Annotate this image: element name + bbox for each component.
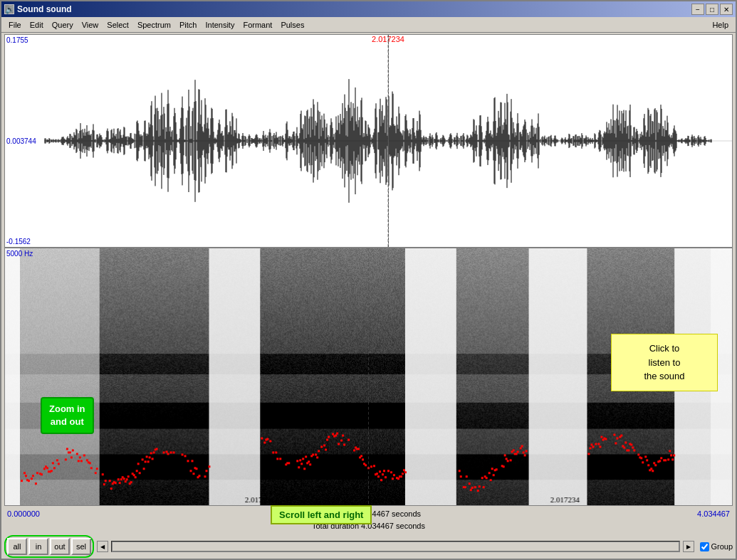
menu-view[interactable]: View	[78, 19, 103, 31]
spectrogram-freq-label: 5000 Hz	[6, 250, 33, 258]
listen-text: Click tolisten tothe sound	[644, 343, 684, 381]
menu-spectrum[interactable]: Spectrum	[133, 19, 175, 31]
menu-select[interactable]: Select	[103, 19, 133, 31]
scroll-text: Scroll left and right	[279, 509, 363, 520]
zoom-sel-button[interactable]: sel	[71, 538, 91, 555]
spectrogram-display[interactable]: 5000 Hz Click tolisten tothe sound Zoom …	[4, 248, 733, 506]
title-buttons: − □ ✕	[691, 4, 733, 15]
zoom-out-button[interactable]: out	[50, 538, 70, 555]
main-window: 🔊 Sound sound − □ ✕ File Edit Query View…	[0, 0, 737, 560]
minimize-button[interactable]: −	[691, 4, 704, 15]
title-bar-left: 🔊 Sound sound	[4, 4, 72, 14]
scrollbar-thumb[interactable]	[112, 541, 679, 551]
zoom-buttons-group: all in out sel	[4, 535, 94, 558]
menu-intensity[interactable]: Intensity	[201, 19, 239, 31]
zoom-annotation: Zoom inand out	[41, 397, 94, 434]
cursor-line	[388, 35, 389, 247]
group-checkbox[interactable]	[700, 542, 709, 551]
window-title: Sound sound	[17, 4, 72, 14]
waveform-bottom-value: -0.1562	[6, 238, 43, 245]
app-icon: 🔊	[4, 4, 14, 14]
bottom-bar: all in out sel ◀ ▶ Group	[1, 534, 736, 559]
main-content: 0.1755 0.003744 -0.1562 2.017234 5000 Hz…	[1, 33, 736, 559]
scroll-annotation: Scroll left and right	[271, 505, 372, 524]
waveform-labels: 0.1755 0.003744 -0.1562	[5, 35, 44, 247]
scrollbar-track[interactable]	[111, 541, 680, 552]
zoom-text: Zoom inand out	[49, 403, 85, 427]
restore-button[interactable]: □	[706, 4, 718, 15]
close-button[interactable]: ✕	[720, 4, 733, 15]
zoom-all-button[interactable]: all	[7, 538, 27, 555]
menu-bar: File Edit Query View Select Spectrum Pit…	[1, 17, 736, 33]
listen-annotation: Click tolisten tothe sound	[611, 334, 718, 391]
time-start: 0.000000	[7, 509, 40, 518]
menu-formant[interactable]: Formant	[239, 19, 276, 31]
time-end: 4.034467	[697, 509, 730, 518]
waveform-display[interactable]: 0.1755 0.003744 -0.1562 2.017234	[4, 34, 733, 248]
title-bar: 🔊 Sound sound − □ ✕	[1, 1, 736, 17]
group-checkbox-container: Group	[700, 542, 733, 551]
waveform-canvas-area[interactable]: 2.017234	[44, 35, 732, 247]
waveform-mid-value: 0.003744	[6, 137, 43, 145]
zoom-in-button[interactable]: in	[28, 538, 48, 555]
menu-query[interactable]: Query	[48, 19, 78, 31]
menu-help[interactable]: Help	[708, 19, 733, 31]
menu-file[interactable]: File	[4, 19, 26, 31]
menu-edit[interactable]: Edit	[26, 19, 48, 31]
scroll-left-button[interactable]: ◀	[97, 541, 108, 552]
group-label[interactable]: Group	[711, 542, 733, 551]
menu-pulses[interactable]: Pulses	[276, 19, 308, 31]
scroll-right-button[interactable]: ▶	[683, 541, 694, 552]
menu-pitch[interactable]: Pitch	[175, 19, 201, 31]
waveform-top-value: 0.1755	[6, 36, 43, 44]
